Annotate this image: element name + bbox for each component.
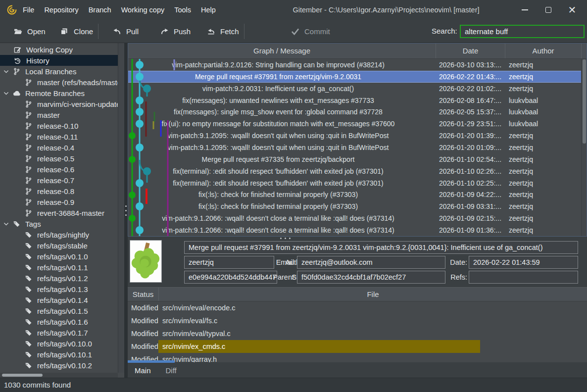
sidebar-item-history[interactable]: History xyxy=(0,55,118,66)
menu-repository[interactable]: Repository xyxy=(39,6,83,14)
sidebar-item-master[interactable]: master xyxy=(0,109,118,120)
sidebar-item-refs-tags-v0-1-3[interactable]: refs/tags/v0.1.3 xyxy=(0,284,118,294)
commit-button[interactable]: Commit xyxy=(291,20,330,43)
commit-row[interactable]: vim-patch:partial:9.2.0126: String handl… xyxy=(128,59,587,71)
sidebar-item-release-0-4[interactable]: release-0.4 xyxy=(0,142,118,153)
commit-row[interactable]: fix(messages): unwanted newlines with ex… xyxy=(128,95,587,106)
file-row[interactable]: Modifiedsrc/nvim/eval/fs.c xyxy=(128,314,587,327)
pull-button[interactable]: Pull xyxy=(113,20,139,43)
sidebar-item-refs-tags-v0-1-4[interactable]: refs/tags/v0.1.4 xyxy=(0,294,118,305)
close-button[interactable]: ✕ xyxy=(560,0,584,20)
sidebar-item-refs-tags-v0-1-1[interactable]: refs/tags/v0.1.1 xyxy=(0,262,118,273)
refs-field[interactable] xyxy=(469,271,578,284)
commit-row[interactable]: fix(terminal): :edit should respect 'buf… xyxy=(128,165,587,177)
maximize-button[interactable] xyxy=(537,0,560,20)
sidebar-item-release-0-5[interactable]: release-0.5 xyxy=(0,153,118,164)
sidebar-item-refs-tags-v0-1-5[interactable]: refs/tags/v0.1.5 xyxy=(0,305,118,316)
file-row[interactable]: Modifiedsrc/nvim/ex_cmds.c xyxy=(128,340,587,353)
sidebar-hscroll-thumb[interactable] xyxy=(2,374,43,377)
sidebar-item-release-0-9[interactable]: release-0.9 xyxy=(0,196,118,207)
message-field[interactable]: Merge pull request #37991 from zeertzjq/… xyxy=(184,241,578,254)
search-input[interactable] xyxy=(460,25,585,38)
commit-row[interactable]: fix(ui): no empty message for substituti… xyxy=(128,118,587,130)
fetch-button[interactable]: Fetch xyxy=(207,20,239,43)
sidebar-item-release-0-7[interactable]: release-0.7 xyxy=(0,175,118,186)
sidebar-item-marvim-ci-version-update[interactable]: marvim/ci-version-update xyxy=(0,98,118,109)
sidebar-splitter[interactable] xyxy=(124,43,128,378)
commit-vscroll-thumb[interactable] xyxy=(583,59,586,144)
commit-row[interactable]: vim-patch:9.1.2095: :wqall! doesn't quit… xyxy=(128,142,587,153)
column-header-author[interactable]: Author xyxy=(505,44,581,58)
sidebar-horizontal-scrollbar[interactable] xyxy=(0,373,118,378)
sidebar-item-release-0-8[interactable]: release-0.8 xyxy=(0,186,118,196)
author-field[interactable]: zeertzjq xyxy=(184,256,274,269)
menu-branch[interactable]: Branch xyxy=(84,6,116,14)
menu-tools[interactable]: Tools xyxy=(169,6,196,14)
commit-table-vertical-scrollbar[interactable] xyxy=(581,59,587,236)
column-header-status[interactable]: Status xyxy=(128,288,158,301)
sidebar-item-refs-tags-stable[interactable]: refs/tags/stable xyxy=(0,240,118,251)
commit-button-label: Commit xyxy=(304,27,330,36)
sidebar-item-local-branches[interactable]: Local Branches xyxy=(0,66,118,77)
column-header-date[interactable]: Date xyxy=(436,44,505,58)
sidebar-item-refs-tags-nightly[interactable]: refs/tags/nightly xyxy=(0,229,118,240)
commit-row[interactable]: fix(:ls): check for finished terminal pr… xyxy=(128,200,587,212)
commit-message: Merge pull request #37991 from zeertzjq/… xyxy=(128,73,436,81)
sidebar-item-release-0-10[interactable]: release-0.10 xyxy=(0,120,118,131)
chevron-down-icon[interactable] xyxy=(3,90,10,97)
clone-button[interactable]: Clone xyxy=(60,20,93,43)
sidebar-item-refs-tags-v0-1-2[interactable]: refs/tags/v0.1.2 xyxy=(0,273,118,284)
sidebar-item-refs-tags-v0-1-6[interactable]: refs/tags/v0.1.6 xyxy=(0,316,118,327)
sidebar-item-revert-36884-master[interactable]: revert-36884-master xyxy=(0,207,118,218)
commit-row[interactable]: fix(:ls): check for finished terminal pr… xyxy=(128,189,587,200)
sidebar-item-refs-tags-v0-10-2[interactable]: refs/tags/v0.10.2 xyxy=(0,360,118,371)
tab-main[interactable]: Main xyxy=(135,366,151,375)
parent-field[interactable]: f50fd0dae32cd4cbf1af7b02ecf27 xyxy=(297,271,445,284)
sidebar-item-refs-tags-v0-10-0[interactable]: refs/tags/v0.10.0 xyxy=(0,338,118,349)
commit-row[interactable]: Merge pull request #37991 from zeertzjq/… xyxy=(128,71,587,83)
sidebar-item-refs-tags-v0-10-1[interactable]: refs/tags/v0.10.1 xyxy=(0,349,118,360)
file-path: src/nvim/eval/typval.c xyxy=(158,327,587,340)
chevron-down-icon[interactable] xyxy=(3,221,10,227)
sidebar-item-working-copy[interactable]: Working Copy xyxy=(0,44,118,55)
file-path-text: src/nvim/ex_cmds.c xyxy=(158,340,480,353)
date-field[interactable]: 2026-02-22 01:43:59 xyxy=(469,256,578,269)
fetch-button-label: Fetch xyxy=(220,27,239,36)
menu-file[interactable]: File xyxy=(18,6,39,14)
file-row[interactable]: Modifiedsrc/nvim/eval/encode.c xyxy=(128,301,587,314)
commit-row[interactable]: fix(terminal): :edit should respect 'buf… xyxy=(128,177,587,189)
commit-row[interactable]: vim-patch:9.2.0031: Inefficient use of g… xyxy=(128,83,587,95)
open-button[interactable]: Open xyxy=(14,20,46,43)
commit-row[interactable]: vim-patch:9.1.2095: :wqall! doesn't quit… xyxy=(128,130,587,142)
column-header-graph-message[interactable]: Graph / Message xyxy=(128,44,436,58)
sidebar-item-remote-branches[interactable]: Remote Branches xyxy=(0,88,118,98)
date-label: Date: xyxy=(437,256,467,269)
email-field[interactable]: zeertzjq@outlook.com xyxy=(297,256,445,269)
minimize-button[interactable] xyxy=(513,0,537,20)
commit-row[interactable]: vim-patch:9.1.2066: :wqall! doesn't clos… xyxy=(128,212,587,224)
sidebar-item-label: Remote Branches xyxy=(25,89,85,98)
file-row[interactable]: Modifiedsrc/nvim/eval/typval.c xyxy=(128,327,587,340)
push-button[interactable]: Push xyxy=(160,20,191,43)
sidebar-vertical-scrollbar[interactable] xyxy=(118,43,124,373)
sidebar-item-release-0-11[interactable]: release-0.11 xyxy=(0,131,118,142)
column-header-file[interactable]: File xyxy=(158,288,587,301)
commit-row[interactable]: vim-patch:9.1.2066: :wqall! doesn't clos… xyxy=(128,224,587,236)
sha-field[interactable]: e0e994a220b4d524ddb44760e9 xyxy=(184,271,277,284)
sidebar-item-refs-tags-v0-1-0[interactable]: refs/tags/v0.1.0 xyxy=(0,251,118,262)
commit-row[interactable]: Merge pull request #37335 from zeertzjq/… xyxy=(128,153,587,165)
sidebar-item-tags[interactable]: Tags xyxy=(0,218,118,229)
commit-row[interactable]: fix(messages): single msg_show event for… xyxy=(128,106,587,118)
menu-help[interactable]: Help xyxy=(196,6,221,14)
file-row[interactable]: Modifiedsrc/nvim/garray.h xyxy=(128,353,587,362)
tab-diff[interactable]: Diff xyxy=(166,366,177,375)
sidebar-item-refs-tags-v0-1-7[interactable]: refs/tags/v0.1.7 xyxy=(0,327,118,338)
chevron-down-icon[interactable] xyxy=(3,68,10,75)
file-table-hscroll-thumb[interactable] xyxy=(128,360,175,363)
sidebar-item-master-refs-heads-master[interactable]: master (refs/heads/master) xyxy=(0,77,118,88)
sidebar-item-release-0-6[interactable]: release-0.6 xyxy=(0,164,118,175)
commit-date: 2026-01-09 03:31:... xyxy=(436,202,505,210)
menu-working-copy[interactable]: Working copy xyxy=(116,6,170,14)
branch-icon xyxy=(25,155,34,162)
app-logo-icon xyxy=(6,4,17,15)
